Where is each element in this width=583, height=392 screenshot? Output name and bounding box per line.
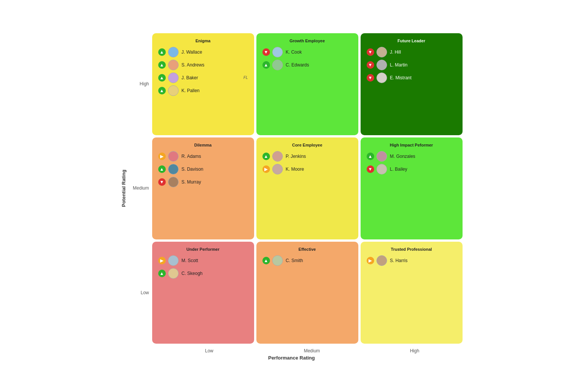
employee-row[interactable]: ▲P. Jenkins <box>262 151 352 162</box>
employee-name: R. Adams <box>182 154 201 159</box>
trend-up-icon: ▲ <box>158 61 166 69</box>
trend-up-icon: ▲ <box>158 74 166 82</box>
employee-row[interactable]: ▲C. Skeogh <box>158 268 248 279</box>
employee-name: K. Cook <box>286 49 302 55</box>
cell-title-enigma: Enigma <box>158 39 248 43</box>
avatar <box>168 85 179 96</box>
employee-row[interactable]: ▼S. Murray <box>158 177 248 187</box>
cell-future[interactable]: Future Leader▼J. Hill▼L. Martin▼E. Mistr… <box>361 33 463 135</box>
employee-name: K. Pallen <box>182 88 200 93</box>
fl-badge: FL <box>244 76 248 80</box>
cell-title-growth: Growth Employee <box>262 39 352 43</box>
employee-row[interactable]: ▲J. Wallace <box>158 47 248 57</box>
avatar <box>168 177 179 187</box>
trend-up-icon: ▲ <box>158 87 166 94</box>
cell-under-performer[interactable]: Under Performer▶M. Scott▲C. Skeogh <box>152 242 254 344</box>
y-label-low: Low <box>140 290 149 295</box>
avatar <box>376 47 387 57</box>
employee-name: K. Moore <box>286 167 304 172</box>
employee-name: S. Murray <box>182 179 201 185</box>
employee-name: M. Gonzales <box>390 154 415 159</box>
trend-up-icon: ▲ <box>262 153 270 160</box>
trend-right-icon: ▶ <box>158 257 166 264</box>
avatar <box>168 255 179 266</box>
avatar <box>376 73 387 83</box>
employee-row[interactable]: ▶S. Harris <box>367 255 457 266</box>
y-labels-column: High Medium Low <box>130 32 149 345</box>
cell-enigma[interactable]: Enigma▲J. Wallace▲S. Andrews▲J. BakerFL▲… <box>152 33 254 135</box>
employee-name: L. Martin <box>390 62 408 68</box>
trend-up-icon: ▲ <box>158 48 166 56</box>
employee-row[interactable]: ▲C. Edwards <box>262 60 352 70</box>
trend-up-icon: ▲ <box>262 61 270 69</box>
trend-right-icon: ▶ <box>158 153 166 160</box>
employee-name: S. Andrews <box>182 62 205 68</box>
avatar <box>168 73 179 83</box>
x-label-medium: Medium <box>261 348 363 353</box>
employee-name: S. Davison <box>182 167 204 172</box>
avatar <box>168 268 179 279</box>
cell-trusted[interactable]: Trusted Professional▶S. Harris <box>361 242 463 344</box>
employee-name: S. Harris <box>390 258 408 263</box>
employee-name: C. Skeogh <box>182 271 203 276</box>
employee-row[interactable]: ▲M. Gonzales <box>367 151 457 162</box>
employee-name: P. Jenkins <box>286 154 306 159</box>
x-labels-row: Low Medium High <box>158 348 466 353</box>
employee-row[interactable]: ▶K. Moore <box>262 164 352 174</box>
employee-name: J. Hill <box>390 49 401 55</box>
trend-up-icon: ▲ <box>367 153 374 160</box>
trend-down-icon: ▼ <box>367 74 374 82</box>
avatar <box>168 47 179 57</box>
employee-row[interactable]: ▼L. Bailey <box>367 164 457 174</box>
trend-up-icon: ▲ <box>158 165 166 173</box>
employee-row[interactable]: ▼L. Martin <box>367 60 457 70</box>
nine-box-grid: Enigma▲J. Wallace▲S. Andrews▲J. BakerFL▲… <box>152 33 463 344</box>
cell-title-core: Core Employee <box>262 143 352 147</box>
avatar <box>272 47 283 57</box>
employee-name: E. Mistrant <box>390 75 412 80</box>
employee-row[interactable]: ▶M. Scott <box>158 255 248 266</box>
employee-row[interactable]: ▼J. Hill <box>367 47 457 57</box>
employee-row[interactable]: ▼K. Cook <box>262 47 352 57</box>
cell-title-effective: Effective <box>262 247 352 252</box>
employee-row[interactable]: ▲S. Andrews <box>158 60 248 70</box>
trend-down-icon: ▼ <box>367 48 374 56</box>
x-axis-label: Performance Rating <box>268 355 315 361</box>
trend-down-icon: ▼ <box>262 48 270 56</box>
cell-title-trusted: Trusted Professional <box>367 247 457 252</box>
avatar <box>272 60 283 70</box>
cell-effective[interactable]: Effective▲C. Smith <box>256 242 358 344</box>
cell-growth[interactable]: Growth Employee▼K. Cook▲C. Edwards <box>256 33 358 135</box>
y-axis-label: Potential Rating <box>121 32 126 345</box>
y-label-high: High <box>140 81 149 86</box>
cell-title-dilemma: Dilemma <box>158 143 248 147</box>
y-label-medium: Medium <box>133 185 149 191</box>
avatar <box>376 60 387 70</box>
trend-down-icon: ▼ <box>367 165 374 173</box>
trend-right-icon: ▶ <box>262 165 270 173</box>
employee-row[interactable]: ▲K. Pallen <box>158 85 248 96</box>
chart-area: Potential Rating High Medium Low Enigma▲… <box>121 32 463 345</box>
employee-row[interactable]: ▲J. BakerFL <box>158 73 248 83</box>
avatar <box>376 255 387 266</box>
employee-name: L. Bailey <box>390 167 407 172</box>
avatar <box>168 151 179 162</box>
employee-row[interactable]: ▶R. Adams <box>158 151 248 162</box>
cell-dilemma[interactable]: Dilemma▶R. Adams▲S. Davison▼S. Murray <box>152 137 254 239</box>
employee-name: J. Baker <box>182 75 198 80</box>
employee-row[interactable]: ▲S. Davison <box>158 164 248 174</box>
trend-down-icon: ▼ <box>158 178 166 186</box>
trend-up-icon: ▲ <box>262 257 270 264</box>
employee-row[interactable]: ▼E. Mistrant <box>367 73 457 83</box>
cell-high-impact[interactable]: High Impact Peformer▲M. Gonzales▼L. Bail… <box>361 137 463 239</box>
employee-name: C. Smith <box>286 258 303 263</box>
cell-title-future: Future Leader <box>367 39 457 43</box>
avatar <box>168 60 179 70</box>
cell-title-under-performer: Under Performer <box>158 247 248 252</box>
employee-row[interactable]: ▲C. Smith <box>262 255 352 266</box>
cell-core[interactable]: Core Employee▲P. Jenkins▶K. Moore <box>256 137 358 239</box>
trend-down-icon: ▼ <box>367 61 374 69</box>
chart-wrapper: Potential Rating High Medium Low Enigma▲… <box>46 32 537 361</box>
employee-name: M. Scott <box>182 258 198 263</box>
avatar <box>376 164 387 174</box>
